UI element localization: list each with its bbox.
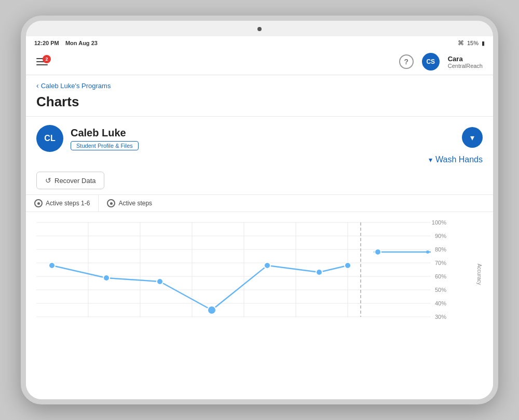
svg-text:70%: 70% xyxy=(435,260,446,266)
status-time-date: 12:20 PM Mon Aug 23 xyxy=(34,40,98,46)
breadcrumb-arrow: ‹ xyxy=(36,81,39,90)
svg-text:40%: 40% xyxy=(435,300,446,306)
eye-dot-2 xyxy=(110,202,113,205)
breadcrumb-label: Caleb Luke's Programs xyxy=(41,82,111,90)
wash-hands-arrow: ▾ xyxy=(429,156,432,164)
student-left: CL Caleb Luke Student Profile & Files xyxy=(36,125,139,152)
status-date: Mon Aug 23 xyxy=(65,40,98,46)
svg-point-23 xyxy=(49,262,55,269)
legend-label-1: Active steps 1-6 xyxy=(46,200,90,207)
eye-icon-1 xyxy=(34,199,43,207)
notification-badge: 2 xyxy=(43,55,51,63)
svg-point-25 xyxy=(157,278,163,285)
header-left: 2 xyxy=(36,58,48,65)
page-title: Charts xyxy=(26,92,493,116)
chart-legend-row: Active steps 1-6 Active steps xyxy=(26,195,493,212)
student-info: Caleb Luke Student Profile & Files xyxy=(71,127,139,150)
tablet-screen: 12:20 PM Mon Aug 23 ⌘ 15% ▮ 2 xyxy=(26,36,493,399)
recover-data-label: Recover Data xyxy=(54,177,95,185)
camera-dot xyxy=(257,27,262,31)
status-right: ⌘ 15% ▮ xyxy=(458,39,485,47)
svg-point-31 xyxy=(375,249,381,255)
svg-point-29 xyxy=(345,262,351,269)
chart-legend-2: Active steps xyxy=(99,195,160,212)
student-row: CL Caleb Luke Student Profile & Files ▾ xyxy=(26,123,493,154)
svg-point-27 xyxy=(264,262,270,269)
wash-hands-row: ▾ Wash Hands xyxy=(26,154,493,170)
svg-point-28 xyxy=(316,269,322,275)
student-avatar: CL xyxy=(36,125,63,152)
svg-text:50%: 50% xyxy=(435,287,446,293)
chart-legend-1: Active steps 1-6 xyxy=(26,195,99,212)
eye-icon-2 xyxy=(107,199,115,207)
user-info: Cara CentralReach xyxy=(448,55,483,69)
dropdown-icon: ▾ xyxy=(470,133,474,143)
chart-area: 100% 90% 80% 70% 60% 50% 40% xyxy=(26,212,493,337)
user-org: CentralReach xyxy=(448,63,483,69)
user-name: Cara xyxy=(448,55,483,63)
svg-text:60%: 60% xyxy=(435,273,446,279)
help-label: ? xyxy=(404,58,408,66)
help-button[interactable]: ? xyxy=(399,54,414,69)
user-initials: CS xyxy=(426,58,435,65)
chart-svg: 100% 90% 80% 70% 60% 50% 40% xyxy=(36,217,462,321)
battery-icon: ▮ xyxy=(482,40,485,47)
status-bar: 12:20 PM Mon Aug 23 ⌘ 15% ▮ xyxy=(26,36,493,49)
student-name: Caleb Luke xyxy=(71,127,139,139)
legend-label-2: Active steps xyxy=(118,200,152,207)
wash-hands-label[interactable]: Wash Hands xyxy=(435,155,483,164)
main-content: ‹ Caleb Luke's Programs Charts CL Caleb … xyxy=(26,75,493,399)
wifi-icon: ⌘ xyxy=(458,39,464,47)
svg-text:90%: 90% xyxy=(435,233,446,239)
svg-point-32 xyxy=(426,250,429,254)
breadcrumb[interactable]: ‹ Caleb Luke's Programs xyxy=(26,75,493,92)
divider xyxy=(26,116,493,117)
student-profile-button[interactable]: Student Profile & Files xyxy=(71,141,139,150)
header-right: ? CS Cara CentralReach xyxy=(399,53,483,71)
eye-dot-1 xyxy=(37,202,40,205)
battery-text: 15% xyxy=(467,40,479,46)
dropdown-button[interactable]: ▾ xyxy=(462,127,483,148)
user-avatar[interactable]: CS xyxy=(422,53,440,71)
tablet-frame: 12:20 PM Mon Aug 23 ⌘ 15% ▮ 2 xyxy=(21,16,498,404)
svg-text:30%: 30% xyxy=(435,314,446,320)
recover-icon: ↺ xyxy=(45,176,51,185)
chart-container: Active steps 1-6 Active steps xyxy=(26,194,493,337)
status-time: 12:20 PM xyxy=(34,40,59,46)
svg-text:100%: 100% xyxy=(432,219,446,226)
menu-line-3 xyxy=(36,64,48,65)
y-axis-label: Accuracy xyxy=(476,263,482,285)
recover-data-row: ↺ Recover Data xyxy=(26,170,493,194)
svg-point-24 xyxy=(103,275,110,281)
svg-point-26 xyxy=(208,306,216,314)
recover-data-button[interactable]: ↺ Recover Data xyxy=(36,172,104,189)
app-header: 2 ? CS Cara CentralReach xyxy=(26,49,493,75)
svg-text:80%: 80% xyxy=(435,246,446,253)
student-initials: CL xyxy=(44,134,55,143)
